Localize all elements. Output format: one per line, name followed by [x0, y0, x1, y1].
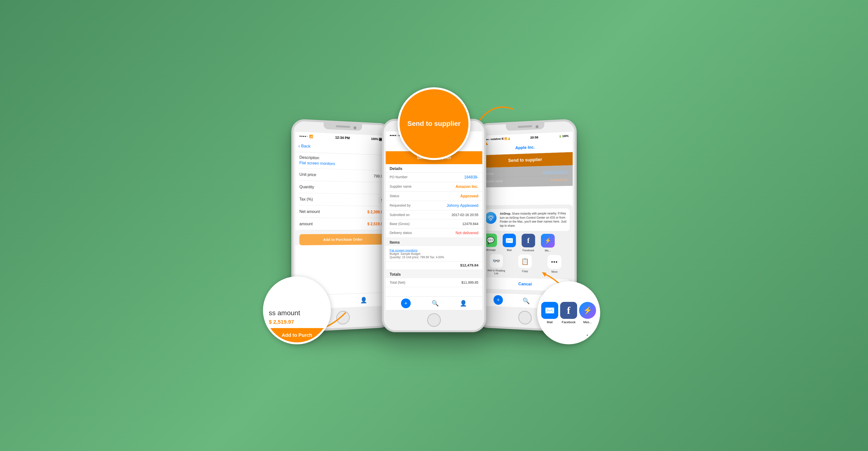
- requested-row: Requested by Johnny Appleseed: [386, 201, 482, 211]
- share-mail[interactable]: ✉️ Mail: [501, 234, 518, 252]
- messenger-label: Me...: [545, 249, 551, 252]
- base-row: Base (Gross) 12479.844: [386, 220, 482, 228]
- description-row: Description Flat screen monitors: [299, 152, 385, 171]
- nav-title-3: Apple Inc.: [515, 145, 535, 150]
- signal-1: ●●●●○ 📶: [299, 134, 313, 138]
- battery-3: 🔋 100%: [559, 135, 569, 138]
- copy-label: Copy: [522, 270, 528, 273]
- items-header: Items: [386, 238, 482, 246]
- facebook-icon: f: [522, 234, 535, 247]
- copy-icon: 📋: [518, 255, 531, 268]
- back-button-1[interactable]: ‹ Back: [299, 143, 311, 149]
- zoom-messenger-label: Mes...: [583, 320, 592, 324]
- details-header: Details: [386, 164, 482, 173]
- add-tab-3[interactable]: +: [494, 295, 503, 305]
- profile-tab-1[interactable]: 👤: [360, 296, 367, 303]
- details-content: Details PO Number 184838- Supplier name …: [386, 164, 482, 287]
- share-actions-row: 👓 Add to Reading List 📋 Copy ••• More: [482, 254, 569, 277]
- delivery-row: Delivery status Not delivered: [386, 228, 482, 238]
- mail-label: Mail: [507, 249, 512, 252]
- item-meta-2: Quantity: 15 Unit price: 799.99 Tax: 4.0…: [390, 256, 478, 259]
- form-section: Description Flat screen monitors Unit pr…: [295, 152, 389, 230]
- search-tab-2[interactable]: 🔍: [432, 300, 439, 307]
- tax-row: Tax (%) 5: [299, 193, 385, 206]
- zoom-more-dots: •••: [587, 333, 593, 338]
- totals-header: Totals: [386, 270, 482, 278]
- search-tab-3[interactable]: 🔍: [523, 297, 530, 304]
- home-button-1[interactable]: [336, 311, 349, 325]
- airdrop-text: AirDrop. Share instantly with people nea…: [500, 212, 566, 228]
- description-value: Flat screen monitors: [299, 161, 335, 166]
- phone-2-container: ●●●●○ vodafone IE 📶 20:56 Apple Inc. Sen…: [382, 119, 486, 332]
- more-label: More: [551, 270, 558, 273]
- more-icon: •••: [548, 255, 561, 269]
- mail-icon: ✉️: [503, 234, 516, 247]
- add-tab-2[interactable]: +: [401, 298, 411, 308]
- callout-add-btn[interactable]: Add to Purch: [265, 328, 329, 342]
- quantity-row: Quantity 3: [299, 181, 385, 194]
- time-3: 20:56: [530, 135, 538, 139]
- reading-list-icon: 👓: [490, 254, 503, 268]
- carrier-3: ●●●●○ vodafone IE 📶 🔒: [483, 137, 510, 141]
- profile-tab-2[interactable]: 👤: [460, 300, 467, 307]
- zoom-facebook-icon: f: [560, 302, 577, 319]
- net-amount-label: Net amount: [299, 209, 320, 214]
- reading-list-label: Add to Reading List: [487, 269, 505, 275]
- net-amount-row: Net amount $ 2,399.97: [299, 205, 385, 218]
- supplier-row: Supplier name Amazon Inc.: [386, 182, 482, 192]
- callout-gross-value: $ 2,519.97: [269, 319, 325, 325]
- gross-row: amount $ 2,519.97: [299, 218, 385, 230]
- callout-circle-3: ✉️ Mail f Facebook ⚡ Mes... •••: [537, 281, 600, 344]
- status-row: Status Approved: [386, 192, 482, 201]
- add-purchase-order-btn-bg[interactable]: Add to Purchase Order: [299, 234, 385, 245]
- submitted-row: Submitted on 2017-02-16 20:55: [386, 211, 482, 220]
- share-apps-row: 💬 Message ✉️ Mail f Facebook ⚡: [482, 233, 569, 252]
- share-messenger[interactable]: ⚡ Me...: [539, 234, 557, 252]
- quantity-label: Quantity: [299, 185, 314, 189]
- home-button-2[interactable]: [427, 313, 441, 327]
- form-content: Description Flat screen monitors Unit pr…: [295, 152, 389, 246]
- item-link[interactable]: Fat screen monitors: [390, 249, 478, 252]
- tax-label: Tax (%): [299, 197, 313, 201]
- callout-gross-label: ss amount: [269, 309, 325, 317]
- callout-circle-2: Send to supplier: [398, 87, 470, 160]
- message-label: Message: [486, 248, 496, 251]
- reading-list-action[interactable]: 👓 Add to Reading List: [487, 254, 505, 275]
- po-number-row: PO Number 184838-: [386, 173, 482, 182]
- unit-price-label: Unit price: [299, 172, 316, 177]
- item-meta-1: Budget: Sample Budget: [390, 252, 478, 256]
- airdrop-icon: [485, 212, 497, 224]
- copy-action[interactable]: 📋 Copy: [516, 254, 535, 276]
- zoom-facebook-label: Facebook: [562, 320, 576, 324]
- items-section: Fat screen monitors Budget: Sample Budge…: [386, 246, 482, 262]
- item-amount: $12,479.84: [386, 262, 482, 270]
- callout-send-label: Send to supplier: [402, 120, 465, 128]
- unit-price-row: Unit price 799.99: [299, 168, 385, 183]
- gross-label: amount: [299, 222, 313, 226]
- time-1: 12:34 PM: [335, 135, 350, 140]
- po-row-dim: Number 184838-16022017 Supplier name Ama…: [479, 165, 572, 187]
- svg-point-2: [490, 218, 492, 220]
- zoom-messenger-icon: ⚡: [579, 302, 596, 319]
- facebook-label: Facebook: [523, 249, 534, 252]
- more-action[interactable]: ••• More: [545, 255, 564, 277]
- share-sheet: AirDrop. Share instantly with people nea…: [479, 204, 572, 296]
- total-net-row: Total (Net) $11,999.85: [386, 278, 482, 287]
- tab-bar-2: + 🔍 👤: [386, 296, 482, 310]
- description-label: Description: [299, 155, 335, 161]
- share-facebook[interactable]: f Facebook: [520, 234, 537, 252]
- callout-circle-1: ss amount $ 2,519.97 Add to Purch: [263, 277, 331, 344]
- home-button-3[interactable]: [518, 311, 531, 325]
- zoom-mail-label: Mail: [547, 320, 553, 324]
- messenger-icon: ⚡: [541, 234, 555, 248]
- zoom-mail-icon: ✉️: [541, 302, 558, 319]
- airdrop-info: AirDrop. Share instantly with people nea…: [482, 208, 569, 231]
